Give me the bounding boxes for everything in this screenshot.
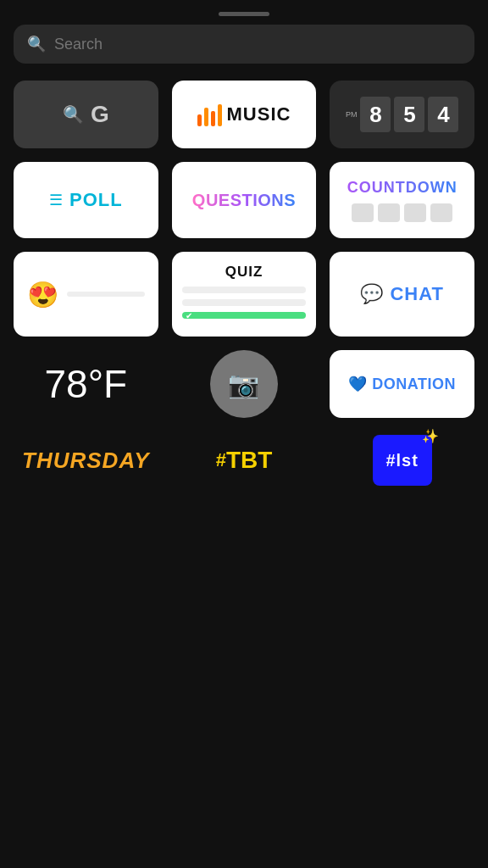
drag-handle — [219, 12, 269, 16]
bar4 — [218, 104, 222, 126]
donation-label: DONATION — [372, 376, 456, 393]
g-letter: G — [91, 101, 109, 128]
sticker-lst[interactable]: #lst ✨ — [330, 435, 474, 486]
heart-icon: 💙 — [348, 375, 367, 393]
music-bars-icon — [197, 103, 222, 126]
sticker-row-1: 🔍 G MUSIC PM 8 5 4 — [0, 81, 488, 148]
camera-container: 📷 — [172, 350, 317, 418]
music-label: MUSIC — [227, 103, 291, 125]
chat-label: CHAT — [390, 283, 443, 305]
bar1 — [197, 114, 202, 126]
clock-pm: PM — [346, 110, 358, 119]
temperature-label: 78°F — [44, 361, 127, 407]
quiz-line-1 — [182, 287, 307, 293]
lst-label: #lst — [385, 451, 418, 470]
lst-stars-icon: ✨ — [422, 428, 439, 444]
clock-minute: 5 — [394, 97, 424, 132]
poll-icon: ☰ — [49, 191, 63, 209]
quiz-label: QUIZ — [182, 264, 307, 281]
tbt-hash: # — [216, 449, 226, 471]
sticker-questions[interactable]: QUESTIONS — [172, 162, 317, 238]
search-bar[interactable]: 🔍 — [14, 25, 474, 64]
search-input[interactable] — [54, 36, 461, 53]
tbt-label: TBT — [226, 447, 272, 474]
sticker-quiz[interactable]: QUIZ ✔ — [172, 252, 317, 337]
slider-line — [67, 292, 145, 297]
sticker-row-4: 78°F 📷 💙 DONATION — [0, 337, 488, 418]
quiz-line-2 — [182, 299, 307, 306]
countdown-box-1 — [352, 203, 374, 222]
sticker-music[interactable]: MUSIC — [172, 81, 317, 148]
camera-icon: 📷 — [228, 370, 259, 399]
questions-label: QUESTIONS — [192, 191, 296, 210]
quiz-line-correct: ✔ — [182, 312, 307, 319]
countdown-label: COUNTDOWN — [347, 179, 458, 197]
sticker-g-search[interactable]: 🔍 G — [14, 81, 158, 148]
emoji-face: 😍 — [27, 280, 58, 309]
poll-label: POLL — [69, 189, 123, 211]
sticker-donation[interactable]: 💙 DONATION — [330, 350, 474, 418]
clock-second: 4 — [428, 97, 458, 132]
clock-hour: 8 — [360, 97, 391, 132]
clock-display: PM 8 5 4 — [346, 97, 459, 132]
search-container: 🔍 — [0, 25, 488, 81]
sticker-row-2: ☰ POLL QUESTIONS COUNTDOWN — [0, 162, 488, 238]
sticker-thursday[interactable]: THURSDAY — [14, 435, 158, 486]
bar3 — [211, 111, 215, 126]
top-bar — [0, 0, 488, 25]
sticker-countdown[interactable]: COUNTDOWN — [330, 162, 474, 238]
sticker-temperature[interactable]: 78°F — [14, 350, 158, 418]
countdown-box-4 — [430, 203, 452, 222]
sticker-clock[interactable]: PM 8 5 4 — [330, 81, 474, 148]
sticker-emoji-slider[interactable]: 😍 — [14, 252, 158, 337]
chat-bubble-icon: 💬 — [360, 283, 383, 305]
bar2 — [204, 108, 208, 126]
countdown-box-3 — [404, 203, 426, 222]
sticker-row-3: 😍 QUIZ ✔ 💬 CHAT — [0, 252, 488, 337]
sticker-poll[interactable]: ☰ POLL — [14, 162, 158, 238]
lst-background: #lst ✨ — [373, 435, 432, 486]
search-small-icon: 🔍 — [63, 104, 84, 125]
search-icon: 🔍 — [27, 35, 46, 53]
sticker-chat[interactable]: 💬 CHAT — [330, 252, 474, 337]
sticker-row-5: THURSDAY # TBT #lst ✨ — [0, 418, 488, 486]
countdown-box-2 — [378, 203, 400, 222]
countdown-boxes — [352, 203, 452, 222]
quiz-check-icon: ✔ — [186, 311, 192, 320]
camera-button[interactable]: 📷 — [210, 350, 278, 418]
sticker-tbt[interactable]: # TBT — [172, 435, 317, 486]
thursday-label: THURSDAY — [22, 448, 150, 474]
